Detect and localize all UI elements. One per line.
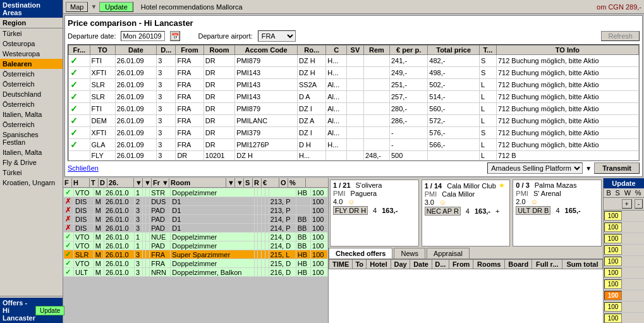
offers-table-row[interactable]: ✗DISM26.01.03PADD1214, PBB100: [64, 215, 328, 224]
sidebar-item-14[interactable]: Kroatien, Ungarn: [0, 178, 63, 188]
offers-area: FHT ▼D26.▼▼Fr ▼Room▼▼SR€O% ✓VTOM26.01.01…: [63, 178, 644, 323]
sidebar-item-7[interactable]: Österreich: [0, 99, 63, 109]
offers-table-row[interactable]: ✗DISM26.01.03PADD1213, P100: [64, 206, 328, 215]
offers-cell: STR: [150, 188, 171, 197]
price-cell: [363, 91, 389, 103]
price-cell: 3: [157, 79, 176, 91]
price-cell: [346, 55, 363, 67]
offers-col-header-10: ▼: [235, 178, 244, 187]
minus-btn[interactable]: -: [635, 199, 643, 209]
offer-plus[interactable]: +: [495, 207, 499, 215]
price-table-row[interactable]: ✓XFTI26.01.093FRADRPMI379DZ IAl...-576,-…: [69, 127, 639, 139]
refresh-button[interactable]: Refresh: [601, 31, 640, 41]
offers-table-row[interactable]: ✓VTOM26.01.01PADDoppelzimmer214, DBB100: [64, 241, 328, 250]
tab-appraisal[interactable]: Appraisal: [427, 248, 470, 259]
price-cell: H...: [326, 139, 347, 151]
plus-minus-row: + -: [604, 198, 644, 210]
price-table-row[interactable]: ✓SLR26.01.093FRADRPMI143SS2AAl...251,-50…: [69, 79, 639, 91]
price-cell: 26.01.09: [115, 103, 156, 115]
sidebar-item-10[interactable]: Spanisches Festlan: [0, 130, 63, 147]
sidebar-item-2[interactable]: Westeuropa: [0, 49, 63, 59]
schliessen-link[interactable]: Schließen: [68, 164, 99, 172]
sidebar-item-5[interactable]: Österreich: [0, 79, 63, 89]
offers-table-row[interactable]: ✓VTOM26.01.01STRDoppelzimmerHB100: [64, 188, 328, 197]
price-table-row[interactable]: ✓GLA26.01.093FRADRPMI1276PD HH...-566,-L…: [69, 139, 639, 151]
offers-section-header: Offers - Hi Lancaster Update: [0, 298, 63, 323]
offers-cell: M: [94, 224, 104, 233]
price-cell: 251,-: [389, 79, 427, 91]
region-col-header: Region: [0, 18, 63, 28]
offers-cell: ✗: [64, 206, 74, 215]
price-cell: DR: [204, 79, 234, 91]
offers-table-row[interactable]: ✓SLRM26.01.03FRASuper Sparzimmer215, LHB…: [64, 250, 328, 259]
offers-cell: 26.01.0: [104, 224, 134, 233]
price-cell: 712 B: [496, 151, 638, 161]
sidebar-item-1[interactable]: Osteuropa: [0, 39, 63, 49]
departure-date-input[interactable]: [121, 31, 165, 41]
price-cell: DR: [204, 139, 234, 151]
offer-card-0: 1 / 21 S'olivera PMI Paguera 4.0 ☺ FLY D…: [330, 180, 419, 247]
sidebar-item-9[interactable]: Österreich: [0, 119, 63, 130]
transmit-button[interactable]: Transmit: [594, 162, 640, 174]
offers-cell: 1: [134, 188, 142, 197]
price-cell: [346, 151, 363, 161]
price-cell: 572,-: [428, 115, 480, 127]
price-table-row[interactable]: FLY26.01.093DR10201DZ HH...248,-500L712 …: [69, 151, 639, 161]
plus-btn[interactable]: +: [622, 199, 632, 209]
sidebar-item-3[interactable]: Balearen: [0, 59, 63, 69]
offers-cell: D1: [171, 206, 254, 215]
sidebar-item-4[interactable]: Österreich: [0, 69, 63, 79]
airport-select[interactable]: FRA: [258, 30, 296, 42]
offers-table-row[interactable]: ✓ULTM26.01.03NRNDoppelzimmer, Balkon216,…: [64, 268, 328, 277]
price-col-SV: SV: [346, 46, 363, 55]
offers-title: Offers - Hi Lancaster: [3, 299, 35, 322]
tab-checked-offers[interactable]: Checked offers: [329, 248, 392, 259]
amadeus-select[interactable]: Amadeus Selling Platform: [487, 162, 583, 174]
calendar-icon[interactable]: 📅: [170, 31, 180, 41]
sidebar-header: Destination Areas: [0, 0, 63, 18]
price-cell: ✓: [69, 127, 90, 139]
price-cell: DZ I: [297, 103, 325, 115]
sidebar-item-13[interactable]: Türkei: [0, 168, 63, 178]
offers-cell: 100: [311, 259, 328, 268]
tab-news[interactable]: News: [394, 248, 425, 259]
price-cell: [346, 127, 363, 139]
price-table-row[interactable]: ✓XFTI26.01.093FRADRPMI143DZ HH...249,-49…: [69, 67, 639, 79]
sidebar-item-8[interactable]: Italien, Malta: [0, 109, 63, 119]
offers-cell: PAD: [150, 215, 171, 224]
sidebar-item-11[interactable]: Italien, Malta: [0, 147, 63, 157]
price-col-perp: € per p.: [389, 46, 427, 55]
right-sidebar-update-btn[interactable]: Update: [604, 178, 644, 188]
price-cell: Al...: [326, 115, 347, 127]
offers-table-row[interactable]: ✓VTOM26.01.01NUEDoppelzimmer214, DBB100: [64, 233, 328, 241]
offers-cell: HB: [296, 188, 310, 197]
offers-table-row[interactable]: ✗DISM26.01.03PADD1214, PBB100: [64, 224, 328, 233]
price-cell: L: [480, 151, 497, 161]
checked-offers-col: D...: [432, 260, 449, 269]
sidebar-items: TürkeiOsteuropaWesteuropaBalearenÖsterre…: [0, 28, 63, 188]
offers-cell: 26.01.0: [104, 259, 134, 268]
right-sidebar-row-1: 100: [604, 222, 644, 233]
right-sidebar-row-3: 100: [604, 245, 644, 256]
right-sidebar-num-5: 100: [604, 268, 622, 277]
offers-update-button[interactable]: Update: [35, 306, 64, 315]
update-button[interactable]: Update: [99, 2, 133, 12]
sidebar-item-12[interactable]: Fly & Drive: [0, 157, 63, 168]
offers-cell: 100: [311, 197, 328, 206]
sidebar-item-0[interactable]: Türkei: [0, 28, 63, 39]
price-cell: 712 Buchung möglich, bitte Aktio: [496, 67, 638, 79]
price-col-TOInfo: TO Info: [496, 46, 638, 55]
price-table-row[interactable]: ✓DEM26.01.093FRADRPMILANCDZ AAl...286,-5…: [69, 115, 639, 127]
price-cell: Al...: [326, 91, 347, 103]
offers-table-row[interactable]: ✗DISM26.01.02DUSD1213, P100: [64, 197, 328, 206]
sidebar-item-6[interactable]: Deutschland: [0, 89, 63, 99]
price-table-row[interactable]: ✓SLR26.01.093FRADRPMI143D AAl...257,-514…: [69, 91, 639, 103]
offer-smiley: ☺: [439, 198, 446, 206]
price-table-row[interactable]: ✓FTI26.01.093FRADRPMI879DZ IAl...280,-56…: [69, 103, 639, 115]
price-cell: DR: [204, 91, 234, 103]
offers-table-row[interactable]: ✓VTOM26.01.03FRADoppelzimmer215, DHB100: [64, 259, 328, 268]
price-table-row[interactable]: ✓FTI26.01.093FRADRPMI879DZ HH...241,-482…: [69, 55, 639, 67]
map-button[interactable]: Map: [66, 2, 88, 12]
price-cell: FTI: [90, 103, 115, 115]
map-arrow: ▼: [90, 3, 97, 10]
